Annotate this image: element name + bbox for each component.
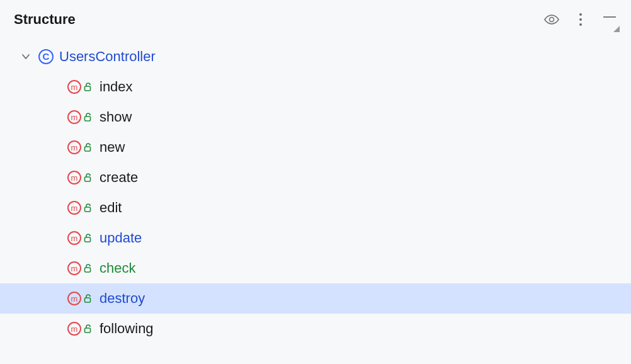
- svg-point-3: [579, 23, 582, 26]
- unlocked-icon: [83, 142, 93, 152]
- svg-point-0: [550, 18, 554, 22]
- svg-point-2: [579, 18, 582, 21]
- unlocked-icon: [83, 203, 93, 213]
- method-icon: m: [67, 110, 82, 125]
- unlocked-icon: [83, 173, 93, 183]
- unlocked-icon: [83, 82, 93, 92]
- unlocked-icon: [83, 263, 93, 273]
- svg-text:m: m: [71, 82, 78, 92]
- method-label: index: [99, 79, 133, 95]
- svg-rect-33: [85, 328, 91, 333]
- method-node-edit[interactable]: medit: [0, 193, 631, 223]
- method-node-show[interactable]: mshow: [0, 102, 631, 132]
- svg-text:m: m: [71, 143, 78, 152]
- svg-text:C: C: [43, 51, 50, 62]
- method-label: create: [99, 169, 138, 186]
- method-icon: m: [67, 170, 82, 185]
- unlocked-icon: [83, 293, 93, 304]
- method-node-update[interactable]: mupdate: [0, 223, 631, 253]
- svg-rect-15: [85, 147, 91, 151]
- svg-point-1: [579, 13, 582, 16]
- vertical-dots-icon: [579, 13, 583, 26]
- class-label: UsersController: [59, 48, 156, 65]
- svg-rect-9: [85, 86, 91, 91]
- svg-rect-27: [85, 268, 91, 272]
- method-icon: m: [67, 291, 82, 306]
- method-label: update: [99, 230, 142, 246]
- structure-tree: C UsersController mindexmshowmnewmcreate…: [0, 39, 631, 344]
- unlocked-icon: [83, 112, 93, 122]
- method-label: destroy: [99, 290, 145, 307]
- method-node-index[interactable]: mindex: [0, 72, 631, 102]
- view-options-button[interactable]: [543, 11, 560, 28]
- svg-text:m: m: [71, 264, 78, 273]
- class-icon: C: [38, 48, 54, 65]
- svg-rect-12: [85, 117, 91, 121]
- svg-rect-24: [85, 237, 91, 242]
- svg-text:m: m: [71, 203, 78, 213]
- method-node-check[interactable]: mcheck: [0, 253, 631, 283]
- method-label: new: [99, 139, 125, 156]
- eye-icon: [543, 14, 560, 25]
- chevron-down-icon[interactable]: [19, 52, 33, 61]
- svg-text:m: m: [71, 234, 78, 243]
- svg-rect-30: [85, 298, 91, 302]
- method-icon: m: [67, 230, 82, 246]
- method-label: following: [99, 321, 154, 337]
- method-node-following[interactable]: mfollowing: [0, 314, 631, 344]
- class-node-users-controller[interactable]: C UsersController: [0, 42, 631, 72]
- method-icon: m: [67, 140, 82, 155]
- method-node-create[interactable]: mcreate: [0, 162, 631, 193]
- method-icon: m: [67, 321, 82, 336]
- svg-rect-18: [85, 177, 91, 181]
- method-node-new[interactable]: mnew: [0, 132, 631, 162]
- minimize-icon: [602, 12, 617, 27]
- svg-text:m: m: [71, 113, 78, 122]
- method-label: check: [99, 260, 135, 276]
- resize-corner-icon: [613, 26, 620, 32]
- panel-title: Structure: [14, 11, 543, 28]
- svg-text:m: m: [71, 294, 78, 304]
- method-icon: m: [67, 261, 82, 276]
- structure-panel: Structure: [0, 0, 631, 364]
- svg-text:m: m: [71, 173, 78, 183]
- panel-header: Structure: [0, 0, 631, 39]
- unlocked-icon: [83, 324, 93, 334]
- method-icon: m: [67, 200, 82, 215]
- panel-actions: [543, 11, 618, 28]
- svg-rect-21: [85, 207, 91, 212]
- unlocked-icon: [83, 233, 93, 243]
- method-node-destroy[interactable]: mdestroy: [0, 283, 631, 314]
- minimize-button[interactable]: [601, 11, 618, 28]
- svg-text:m: m: [71, 324, 78, 334]
- more-options-button[interactable]: [572, 11, 589, 28]
- method-icon: m: [67, 79, 82, 94]
- method-label: edit: [99, 200, 122, 216]
- method-label: show: [99, 109, 132, 125]
